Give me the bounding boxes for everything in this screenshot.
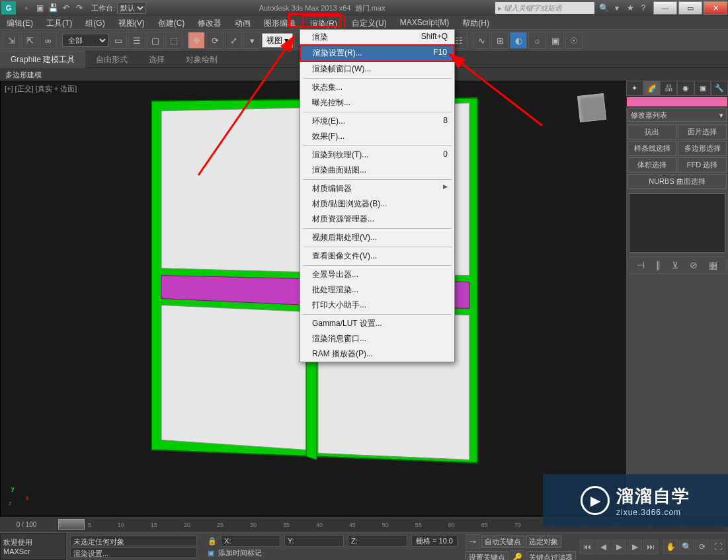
workspace-selector[interactable]: 工作台: 默认 [89,2,149,14]
open-icon[interactable]: ▣ [34,3,45,13]
menuitem-V[interactable]: 视频后期处理(V)... [300,230,454,245]
schematic-icon[interactable]: ⊞ [491,32,508,49]
ribbon-tab-objectpaint[interactable]: 对象绘制 [175,52,228,68]
render-setup-icon[interactable]: ☼ [528,32,546,49]
menuitem-F[interactable]: 效果(F)... [300,129,454,144]
menu-views[interactable]: 视图(V) [112,16,151,29]
close-button[interactable]: ✕ [704,1,727,15]
link-icon[interactable]: ⇲ [3,32,20,49]
render-frame-icon[interactable]: ▣ [547,32,564,49]
tab-display-icon[interactable]: ▣ [694,81,711,96]
btn-extrude[interactable]: 抗出 [627,124,676,140]
save-icon[interactable]: 💾 [48,3,58,13]
menuitem-T[interactable]: 渲染到纹理(T)...0 [300,147,454,163]
lock-icon[interactable]: 🔒 [208,537,217,545]
zoom-icon[interactable]: 🔍 [679,540,694,554]
ribbon-tab-freeform[interactable]: 自由形式 [85,52,138,68]
make-unique-icon[interactable]: ⊻ [672,260,678,270]
key-filter-icon[interactable]: 🔑 [510,550,524,560]
time-tag-icon[interactable]: ▣ [208,549,214,557]
ribbon-tab-selection[interactable]: 选择 [138,52,175,68]
select-region-icon[interactable]: ▢ [147,32,164,49]
select-move-icon[interactable]: ✥ [188,32,205,49]
ribbon-tab-graphite[interactable]: Graphite 建模工具 [0,51,85,68]
x-input[interactable]: X: [221,535,280,547]
menuitem-[interactable]: 材质编辑器▶ [300,181,454,196]
ref-coord-icon[interactable]: ▾ [243,32,261,49]
z-input[interactable]: Z: [348,535,407,547]
selection-filter-combo[interactable]: 全部 [62,34,108,47]
pan-icon[interactable]: ✋ [663,540,678,554]
menuitem-W[interactable]: 渲染帧窗口(W)... [300,61,454,77]
next-frame-icon[interactable]: ▶ [627,540,642,554]
menuitem-[interactable]: 打印大小助手... [300,298,454,313]
btn-patch-select[interactable]: 面片选择 [678,124,727,140]
menuitem-[interactable]: 曝光控制... [300,95,454,110]
configure-icon[interactable]: ▦ [709,260,717,270]
maximize-button[interactable]: ▭ [678,1,702,15]
orbit-icon[interactable]: ⟳ [695,540,709,554]
window-crossing-icon[interactable]: ⬚ [165,32,182,49]
app-logo-icon[interactable]: G [1,1,16,15]
goto-end-icon[interactable]: ⏭ [643,540,658,554]
selected-button[interactable]: 选定对象 [526,536,561,548]
unlink-icon[interactable]: ⇱ [21,32,38,49]
show-end-icon[interactable]: ‖ [656,260,661,270]
material-editor-icon[interactable]: ◐ [510,32,527,49]
menuitem-[interactable]: 批处理渲染... [300,282,454,298]
minimize-button[interactable]: — [653,1,677,15]
setkey-button[interactable]: 设置关键点 [465,551,508,561]
menuitem-[interactable]: 材质资源管理器... [300,212,454,227]
tab-utilities-icon[interactable]: 🔧 [711,81,728,96]
select-rotate-icon[interactable]: ⟳ [206,32,223,49]
help-toggle-icon[interactable]: ▾ [612,3,622,13]
menu-group[interactable]: 组(G) [79,16,111,29]
menu-help[interactable]: 帮助(H) [456,16,496,29]
ref-coord-combo[interactable]: 视图 ▾ [262,33,293,48]
menuitem-[interactable]: 渲染曲面贴图... [300,163,454,178]
maximize-viewport-icon[interactable]: ⛶ [711,540,725,554]
time-tag-label[interactable]: 添加时间标记 [218,548,262,558]
menuitem-[interactable]: 状态集... [300,80,454,95]
select-icon[interactable]: ▭ [110,32,127,49]
menu-animation[interactable]: 动画 [228,16,257,29]
help-search-input[interactable]: ▸ 键入关键字或短语 [495,2,594,14]
key-icon[interactable]: ⊸ [465,534,480,549]
select-scale-icon[interactable]: ⤢ [225,32,242,49]
modifier-list-combo[interactable]: 修改器列表▾ [627,108,727,122]
btn-spline-select[interactable]: 样条线选择 [627,141,676,156]
menuitem-R[interactable]: 渲染设置(R)...F10 [300,44,455,62]
prev-frame-icon[interactable]: ◀ [596,540,610,554]
menu-rendering[interactable]: 渲染(R) [302,15,345,30]
menuitem-V[interactable]: 查看图像文件(V)... [300,249,454,264]
search-icon[interactable]: 🔍 [598,3,609,13]
btn-poly-select[interactable]: 多边形选择 [678,141,727,156]
menu-edit[interactable]: 编辑(E) [0,16,40,29]
object-name-field[interactable] [626,97,728,107]
btn-ffd-select[interactable]: FFD 选择 [678,157,727,173]
workspace-combo[interactable]: 默认 [117,2,146,14]
goto-start-icon[interactable]: ⏮ [580,540,594,554]
y-input[interactable]: Y: [284,535,344,547]
keyfilter-button[interactable]: 关键点过滤器 [526,551,576,561]
menu-create[interactable]: 创建(C) [151,16,192,29]
undo-icon[interactable]: ↶ [61,3,71,13]
play-icon[interactable]: ▶ [612,540,626,554]
autokey-button[interactable]: 自动关键点 [481,536,524,548]
menuitem-E[interactable]: 环境(E)...8 [300,114,454,129]
menu-grapheditors[interactable]: 图形编辑 [257,16,302,29]
menu-modifiers[interactable]: 修改器 [191,16,228,29]
tab-hierarchy-icon[interactable]: 品 [660,81,677,96]
btn-vol-select[interactable]: 体积选择 [627,157,676,173]
select-name-icon[interactable]: ☰ [128,32,145,49]
tab-motion-icon[interactable]: ◉ [677,81,694,96]
bind-icon[interactable]: ∞ [40,32,57,49]
tab-modify-icon[interactable]: 🌈 [643,81,661,96]
menu-customize[interactable]: 自定义(U) [345,16,393,29]
remove-mod-icon[interactable]: ⊘ [690,260,698,270]
maxscript-listener[interactable]: 欢迎使用 MAXScr [0,533,66,560]
tab-create-icon[interactable]: ✦ [626,81,643,96]
btn-nurbs-select[interactable]: NURBS 曲面选择 [627,174,727,189]
menuitem-RAMP[interactable]: RAM 播放器(P)... [300,346,454,362]
menu-maxscript[interactable]: MAXScript(M) [393,16,456,29]
